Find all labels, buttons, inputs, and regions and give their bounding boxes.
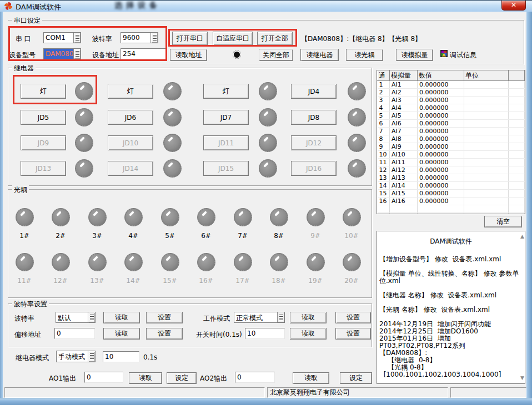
baud-group-label: 波特率设置 (12, 300, 49, 309)
analog-table-row: 9AI90.000000 (378, 143, 525, 151)
ao1-read-button[interactable]: 读取 (129, 372, 162, 384)
relay-button[interactable]: 灯 (21, 84, 66, 99)
baud2-label: 波特率 (14, 314, 34, 323)
status-panel-left (4, 387, 265, 398)
analog-table-row: 12AI120.000000 (378, 166, 525, 174)
clear-button[interactable]: 清空 (484, 216, 522, 227)
status-panel-right (450, 387, 526, 398)
scroll-up-icon[interactable]: ▲ (520, 234, 524, 239)
analog-table-row: 15AI150.000000 (378, 190, 525, 198)
status-led-icon (233, 50, 241, 59)
ao2-input[interactable]: 0 (235, 372, 275, 383)
baud-read-button[interactable]: 读取 (103, 312, 140, 323)
ao1-set-button[interactable]: 设定 (167, 372, 197, 384)
analog-col-header: 通 (378, 71, 390, 81)
opto-indicator-knob (124, 208, 143, 226)
baudrate-combo[interactable]: 9600 (121, 32, 158, 43)
relay-button[interactable]: 灯 (108, 84, 153, 99)
open-serial-button[interactable]: 打开串口 (172, 32, 208, 45)
relay-group-label: 继电器 (12, 64, 36, 73)
opto-channel-label: 2# (48, 232, 73, 240)
analog-col-header (509, 71, 525, 81)
opto-indicator-knob (270, 253, 288, 271)
opto-indicator-knob (197, 253, 215, 271)
offset-set-button[interactable]: 设置 (146, 328, 183, 340)
opto-channel-label: 19# (303, 277, 328, 285)
offset-addr-input[interactable]: 0 (54, 328, 95, 339)
ao1-input[interactable]: 0 (84, 372, 123, 383)
baud-settings-group: 波特率设置 (8, 303, 372, 347)
relay-button[interactable]: JD7 (203, 110, 249, 125)
relay-indicator-knob (163, 82, 182, 100)
opto-indicator-knob (197, 208, 215, 226)
port-combo[interactable]: COM1 (43, 32, 81, 43)
opto-channel-label: 11# (12, 277, 37, 285)
relay-indicator-knob (259, 82, 277, 100)
analog-table-row: 3AI30.000000 (378, 97, 525, 104)
close-button[interactable]: ✕ (501, 1, 526, 11)
relay-mode-combo-value: 手动模式 (57, 351, 88, 362)
read-address-button[interactable]: 读取地址 (170, 49, 207, 61)
close-icon: ✕ (511, 1, 516, 9)
relay-button: JD9 (21, 135, 66, 150)
opto-indicator-knob (234, 253, 252, 271)
baud-set-button[interactable]: 设置 (146, 312, 183, 323)
offset-read-button[interactable]: 读取 (103, 328, 140, 340)
opto-indicator-knob (161, 253, 179, 271)
analog-table-row: 7AI70.000000 (378, 128, 525, 135)
opto-channel-label: 5# (158, 232, 182, 240)
switch-time-input[interactable]: 10 (245, 328, 285, 339)
relay-button: JD11 (203, 135, 249, 150)
work-mode-read-button[interactable]: 读取 (290, 312, 327, 323)
relay-button[interactable]: 灯 (203, 84, 249, 99)
opto-channel-label: 16# (194, 277, 218, 285)
opto-indicator-knob (343, 253, 361, 271)
scroll-down-icon[interactable]: ▼ (520, 375, 524, 381)
ao2-set-button[interactable]: 设定 (340, 372, 372, 384)
relay-button: JD14 (108, 161, 153, 176)
dropdown-button-icon[interactable] (73, 49, 81, 59)
opto-indicator-knob (16, 253, 34, 271)
dropdown-button-icon[interactable] (88, 351, 95, 362)
relay-indicator-knob (163, 108, 182, 126)
baud2-combo[interactable]: 默认 (56, 312, 96, 323)
dropdown-button-icon[interactable] (73, 33, 81, 43)
window-border-bottom (0, 398, 532, 405)
read-opto-button[interactable]: 读光耦 (346, 49, 383, 61)
relay-button[interactable]: JD8 (291, 110, 337, 125)
window-border-left (0, 12, 3, 399)
switch-time-set-button[interactable]: 设置 (335, 328, 371, 340)
info-panel: DAM调试软件 【增加设备型号】 修改 设备表.xml.xml 【模拟量 单位、… (377, 231, 525, 384)
app-logo-icon (4, 2, 13, 11)
model-combo[interactable]: DAM0808 (43, 48, 81, 59)
work-mode-set-button[interactable]: 设置 (335, 312, 371, 323)
opto-channel-label: 6# (194, 232, 218, 240)
relay-button[interactable]: JD5 (21, 110, 66, 125)
dropdown-button-icon[interactable] (277, 312, 284, 322)
baudrate-combo-value: 9600 (121, 33, 150, 43)
analog-table-row (378, 212, 525, 215)
ao2-read-button[interactable]: 读取 (293, 372, 329, 384)
dropdown-button-icon[interactable] (150, 33, 158, 43)
relay-time-input[interactable]: 10 (103, 351, 139, 362)
device-addr-input[interactable]: 254 (121, 48, 167, 59)
open-all-button[interactable]: 打开全部 (257, 32, 293, 45)
read-analog-button[interactable]: 读模拟量 (396, 49, 433, 61)
switch-time-read-button[interactable]: 读取 (290, 328, 327, 340)
app-window: DAM调试软件 选择设备 ✕ 串口设定 串 口 COM1 波特率 9600 设备… (0, 0, 532, 405)
opto-channel-label: 1# (12, 232, 37, 240)
background-window-title: 选择设备 (114, 1, 161, 11)
opto-channel-label: 14# (121, 277, 145, 285)
relay-button[interactable]: JD6 (108, 110, 153, 125)
relay-indicator-knob (348, 108, 366, 126)
analog-table-row: 1AI10.000000 (378, 81, 525, 89)
auto-serial-button[interactable]: 自适应串口 (213, 32, 253, 45)
relay-mode-combo[interactable]: 手动模式 (56, 351, 96, 362)
relay-button[interactable]: JD4 (291, 84, 337, 99)
opto-indicator-knob (161, 208, 179, 226)
close-all-button[interactable]: 关闭全部 (259, 49, 293, 61)
dropdown-button-icon[interactable] (88, 312, 95, 322)
work-mode-combo[interactable]: 正常模式 (234, 312, 285, 323)
read-relay-button[interactable]: 读继电器 (300, 49, 339, 61)
opto-channel-label: 15# (158, 277, 182, 285)
